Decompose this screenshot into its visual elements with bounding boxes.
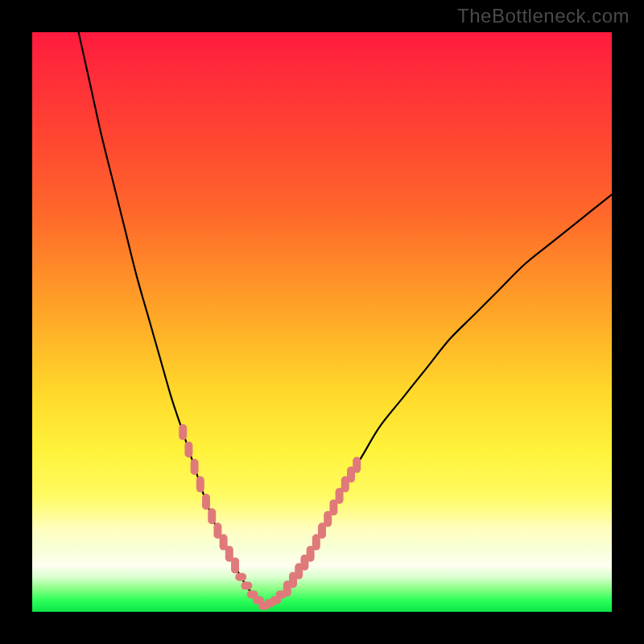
curve-left-branch — [79, 32, 264, 606]
plot-area — [32, 32, 612, 612]
curve-marker — [196, 477, 204, 493]
curve-marker — [241, 582, 252, 590]
curve-marker — [179, 424, 187, 440]
watermark-text: TheBottleneck.com — [457, 5, 630, 27]
curve-marker — [276, 590, 287, 598]
curve-layer — [32, 32, 612, 612]
curve-marker — [208, 508, 216, 524]
curve-marker — [353, 457, 361, 473]
curve-marker — [202, 493, 210, 510]
curve-marker — [191, 459, 199, 475]
curve-marker — [184, 441, 192, 457]
curve-marker — [231, 557, 239, 573]
curve-marker — [235, 573, 246, 581]
marker-group — [179, 424, 361, 610]
chart-frame: TheBottleneck.com — [0, 0, 644, 644]
